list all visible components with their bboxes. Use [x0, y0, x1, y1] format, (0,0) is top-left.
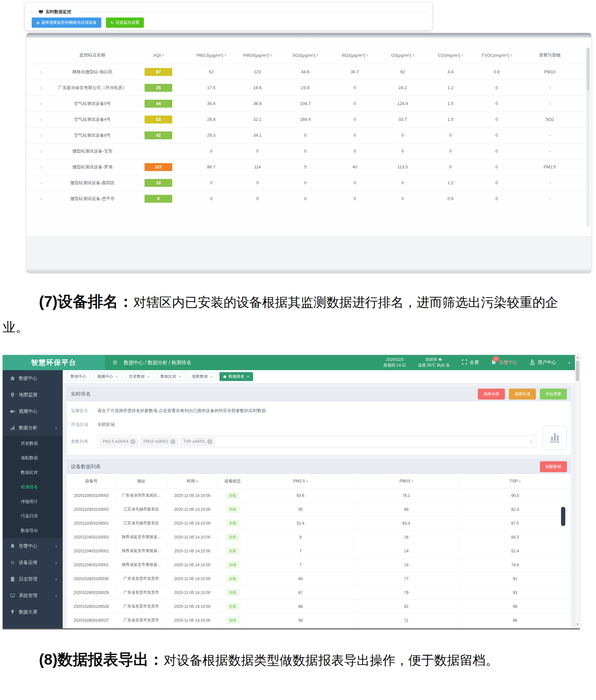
- select-grid-devices-button[interactable]: ⊕选择需要监控的网格化区域设备: [32, 18, 101, 28]
- sidebar-subitem-active[interactable]: 检测排名: [3, 480, 63, 494]
- sort-icon[interactable]: ▴▾: [519, 479, 521, 483]
- value-cell: 0: [330, 101, 380, 106]
- device-id-cell: 2020110403100002: [67, 544, 116, 558]
- expand-caret-icon[interactable]: ›: [26, 84, 56, 91]
- sort-icon[interactable]: ▴▾: [413, 53, 414, 57]
- sort-icon[interactable]: ▴▾: [225, 53, 226, 57]
- value-cell: 124.4: [380, 101, 426, 106]
- value-cell: 0: [475, 101, 518, 106]
- chevron-down-icon[interactable]: ∨: [568, 360, 571, 365]
- chevron-down-icon: ∨: [55, 577, 57, 581]
- expand-caret-icon[interactable]: ›: [26, 116, 56, 123]
- sidebar-item[interactable]: 视频中心: [3, 403, 63, 420]
- value-cell: 2020-11-05 14:10:00: [167, 544, 218, 558]
- close-icon[interactable]: ×: [147, 374, 150, 379]
- select-region-button[interactable]: 选择区域: [509, 389, 536, 400]
- sort-down-icon: ▾: [413, 55, 414, 57]
- tab-item[interactable]: 巡航数据×: [188, 372, 217, 381]
- tag-close-icon[interactable]: ×: [207, 439, 212, 444]
- close-icon[interactable]: ×: [179, 374, 181, 379]
- table-row: 2020110403100002陕西省延安市黄陵县...2020-11-05 1…: [67, 544, 571, 558]
- sidebar-subitem[interactable]: 传输统计: [3, 494, 63, 509]
- tab-item[interactable]: 历史数据×: [125, 372, 154, 381]
- expand-caret-icon[interactable]: ›: [26, 180, 56, 186]
- sidebar-item[interactable]: 设备运维∨: [3, 554, 63, 571]
- sidebar-item[interactable]: 告警中心∨: [3, 538, 63, 554]
- sort-icon[interactable]: ▴▾: [162, 53, 164, 57]
- sidebar-item[interactable]: 日志管理∨: [3, 571, 63, 588]
- sort-down-icon: ▾: [461, 55, 463, 57]
- plus-circle-icon: ⊕: [36, 21, 40, 25]
- expand-caret-icon[interactable]: ›: [26, 132, 56, 139]
- station-name-cell: 微型站测试设备-宝安: [56, 148, 129, 154]
- tab-active[interactable]: 检测排名×: [219, 372, 253, 381]
- sort-icon[interactable]: ▴▾: [461, 53, 463, 57]
- value-cell: 2020-11-05 14:10:00: [167, 600, 218, 613]
- restore-monitor-settings-button[interactable]: ↻还原监控设置: [106, 18, 144, 28]
- start-view-button[interactable]: 开始查看: [540, 389, 567, 400]
- sort-icon[interactable]: ▴▾: [317, 53, 318, 57]
- scrollbar-thumb[interactable]: [576, 360, 579, 381]
- sort-icon[interactable]: ▴▾: [366, 53, 368, 57]
- scroll-down-arrow[interactable]: ▼: [575, 623, 580, 626]
- param-tag: PM2.5 a34004×: [100, 437, 138, 446]
- expand-caret-icon[interactable]: ›: [26, 196, 56, 202]
- sidebar-item[interactable]: 地图监测: [3, 386, 63, 403]
- sort-icon[interactable]: ▴▾: [196, 479, 198, 483]
- user-center-button[interactable]: 用户中心: [529, 359, 556, 366]
- close-icon[interactable]: ×: [247, 374, 249, 379]
- expand-caret-icon[interactable]: ›: [26, 164, 56, 170]
- sort-down-icon: ▾: [162, 55, 164, 57]
- sidebar-item[interactable]: 系统管理∨: [3, 588, 63, 604]
- close-icon[interactable]: ×: [210, 374, 213, 379]
- expand-caret-icon[interactable]: ›: [26, 148, 56, 154]
- close-icon[interactable]: ×: [115, 374, 118, 379]
- sidebar-subitem[interactable]: 污染日历: [3, 509, 63, 523]
- value-cell: 36.8: [234, 101, 281, 106]
- hamburger-menu-icon[interactable]: ≡: [113, 358, 117, 367]
- sidebar-subitem[interactable]: 数据比对: [3, 465, 63, 480]
- table-scrollbar[interactable]: [587, 48, 590, 227]
- sort-down-icon: ▾: [225, 55, 226, 57]
- sidebar-subitem[interactable]: 数据导出: [3, 523, 63, 538]
- sidebar-item[interactable]: 数据分析∧: [3, 420, 63, 436]
- value-cell: 0: [380, 149, 426, 153]
- sidebar-item[interactable]: 数据中心: [3, 370, 63, 386]
- legend-line: [75, 12, 427, 12]
- alarm-center-button[interactable]: 1 告警中心: [491, 359, 517, 366]
- select-all-button[interactable]: 选择全部: [478, 389, 505, 400]
- sort-icon[interactable]: ▴▾: [270, 53, 272, 57]
- refresh-data-button[interactable]: 刷新数据: [540, 461, 567, 472]
- paragraph-7: (7)设备排名：对辖区内已安装的设备根据其监测数据进行排名，进而筛选出污染较重的…: [3, 288, 577, 339]
- value-cell: 0: [380, 196, 426, 201]
- fullscreen-button[interactable]: 全屏: [462, 359, 479, 366]
- aqi-badge: 87: [145, 68, 172, 76]
- chart-view-button[interactable]: [543, 426, 567, 450]
- sidebar-subitem[interactable]: 巡航数据: [3, 451, 63, 465]
- expand-caret-icon[interactable]: ›: [26, 69, 56, 75]
- sort-icon[interactable]: ▴▾: [412, 479, 413, 483]
- expand-caret-icon[interactable]: ›: [26, 100, 56, 107]
- tab-item[interactable]: 数据比对×: [156, 372, 185, 381]
- scrollbar-thumb[interactable]: [587, 48, 590, 91]
- inner-scrollbar-thumb[interactable]: [561, 507, 565, 526]
- sort-icon[interactable]: ▴▾: [306, 479, 308, 483]
- sidebar-item[interactable]: 数据大屏: [3, 604, 63, 620]
- param-select[interactable]: PM2.5 a34004×PM10 a34002×TSP a34001×∨: [97, 435, 536, 447]
- tab-item[interactable]: 数据中心: [67, 372, 90, 381]
- tab-item[interactable]: 视频中心×: [94, 372, 122, 381]
- fullscreen-icon: [462, 359, 467, 366]
- tag-close-icon[interactable]: ×: [130, 439, 135, 444]
- window-scrollbar[interactable]: ▲ ▼: [575, 355, 580, 628]
- value-cell: 79: [354, 586, 459, 599]
- value-cell: 104.7: [281, 101, 330, 106]
- column-header: PM2.5(μg/m³)▴▾: [188, 53, 234, 58]
- scroll-up-arrow[interactable]: ▲: [575, 356, 580, 359]
- value-cell: 18.6: [234, 85, 281, 90]
- table-row: 2020102603100026广东省东莞市东莞市2020-11-05 14:1…: [67, 627, 571, 629]
- breadcrumb[interactable]: 数据中心 / 数据分析 / 检测排名: [124, 359, 191, 366]
- tag-close-icon[interactable]: ×: [170, 439, 175, 444]
- sort-icon[interactable]: ▴▾: [511, 53, 512, 57]
- value-cell: 陕西省延安市黄陵县...: [116, 530, 167, 544]
- sidebar-subitem[interactable]: 历史数据: [3, 436, 63, 451]
